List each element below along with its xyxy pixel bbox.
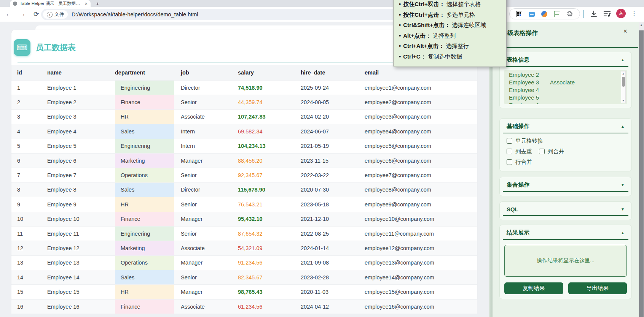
cell-hire_date[interactable]: 2020-11-03 <box>295 285 359 299</box>
selection-info-box[interactable]: Employee 2Employee 3AssociateEmployee 4E… <box>504 70 627 104</box>
cell-email[interactable]: employee13@company.com <box>359 255 477 270</box>
cell-hire_date[interactable]: 2023-11-15 <box>295 153 359 168</box>
cell-department[interactable]: Sales <box>109 270 175 285</box>
cell-email[interactable]: employee2@company.com <box>359 95 477 109</box>
cell-hire_date[interactable]: 2024-01-14 <box>295 241 359 255</box>
cell-name[interactable]: Employee 4 <box>41 124 109 139</box>
cell-department[interactable]: HR <box>109 109 175 124</box>
cell-email[interactable]: employee8@company.com <box>359 182 477 197</box>
scroll-thumb[interactable] <box>622 77 625 87</box>
collapse-arrow-icon[interactable]: ▼ <box>621 207 625 211</box>
cell-email[interactable]: employee6@company.com <box>359 153 477 168</box>
cell-id[interactable]: 3 <box>11 109 41 124</box>
cell-name[interactable]: Employee 12 <box>41 241 109 255</box>
cell-name[interactable]: Employee 2 <box>41 95 109 109</box>
cell-name[interactable]: Employee 9 <box>41 197 109 212</box>
section-basic-ops-header[interactable]: 基础操作 ▲ <box>503 122 628 133</box>
cell-department[interactable]: Marketing <box>109 241 175 255</box>
cell-id[interactable]: 8 <box>11 182 41 197</box>
reload-icon[interactable]: ⟳ <box>32 10 40 18</box>
cell-email[interactable]: employee11@company.com <box>359 226 477 241</box>
cell-id[interactable]: 4 <box>11 124 41 139</box>
collapse-arrow-icon[interactable]: ▲ <box>621 58 625 62</box>
cell-job[interactable]: Director <box>175 81 232 95</box>
section-set-ops-header[interactable]: 集合操作 ▼ <box>503 180 628 192</box>
cell-hire_date[interactable]: 2024-04-12 <box>295 299 359 314</box>
cell-salary[interactable]: 44,359.74 <box>232 95 295 109</box>
copy-result-button[interactable]: 复制结果 <box>504 282 563 294</box>
cell-email[interactable]: employee5@company.com <box>359 139 477 153</box>
cell-id[interactable]: 1 <box>11 81 41 95</box>
export-result-button[interactable]: 导出结果 <box>568 282 627 294</box>
cell-hire_date[interactable]: 2022-08-25 <box>295 226 359 241</box>
cell-job[interactable]: Associate <box>175 241 232 255</box>
column-header-department[interactable]: department <box>109 65 175 81</box>
cell-email[interactable]: employee7@company.com <box>359 168 477 182</box>
scroll-up-icon[interactable]: ▲ <box>639 23 644 27</box>
scroll-down-icon[interactable]: ▼ <box>621 99 625 102</box>
cell-id[interactable]: 16 <box>11 299 41 314</box>
section-table-info-header[interactable]: 表格信息 ▲ <box>503 55 628 67</box>
menu-kebab-icon[interactable]: ⋮ <box>631 10 637 17</box>
cell-name[interactable]: Employee 5 <box>41 139 109 153</box>
cell-hire_date[interactable]: 2023-02-28 <box>295 270 359 285</box>
cell-name[interactable]: Employee 11 <box>41 226 109 241</box>
cell-name[interactable]: Employee 7 <box>41 168 109 182</box>
cell-salary[interactable]: 54,321.09 <box>232 241 295 255</box>
column-header-salary[interactable]: salary <box>232 65 295 81</box>
browser-tab[interactable]: Table Helper 演示 - 员工数据… × <box>10 0 91 7</box>
cell-salary[interactable]: 74,518.90 <box>232 81 295 95</box>
cell-name[interactable]: Employee 3 <box>41 109 109 124</box>
table-extension-icon[interactable] <box>554 11 560 17</box>
forward-icon[interactable]: → <box>18 10 27 18</box>
card-extension-icon[interactable] <box>529 12 535 17</box>
cell-salary[interactable]: 107,247.83 <box>232 109 295 124</box>
collapse-arrow-icon[interactable]: ▲ <box>621 124 625 128</box>
cell-salary[interactable]: 61,234.56 <box>232 299 295 314</box>
cell-email[interactable]: employee12@company.com <box>359 241 477 255</box>
new-tab-button[interactable]: + <box>96 0 99 7</box>
cell-email[interactable]: employee3@company.com <box>359 109 477 124</box>
cell-hire_date[interactable]: 2025-09-24 <box>295 81 359 95</box>
cell-department[interactable]: Sales <box>109 124 175 139</box>
panel-close-icon[interactable]: × <box>623 28 627 35</box>
section-sql-header[interactable]: SQL ▼ <box>503 205 628 216</box>
cell-job[interactable]: Manager <box>175 153 232 168</box>
column-header-hire_date[interactable]: hire_date <box>295 65 359 81</box>
cell-job[interactable]: Associate <box>175 299 232 314</box>
cell-job[interactable]: Senior <box>175 226 232 241</box>
page-scrollbar[interactable]: ▲ <box>639 22 644 317</box>
cell-salary[interactable]: 115,678.90 <box>232 182 295 197</box>
cell-hire_date[interactable]: 2024-02-20 <box>295 109 359 124</box>
cell-salary[interactable]: 69,582.34 <box>232 124 295 139</box>
cell-department[interactable]: HR <box>109 197 175 212</box>
cell-job[interactable]: Associate <box>175 109 232 124</box>
cell-name[interactable]: Employee 8 <box>41 182 109 197</box>
cell-id[interactable]: 5 <box>11 139 41 153</box>
cell-salary[interactable]: 91,234.56 <box>232 255 295 270</box>
scroll-thumb[interactable] <box>639 30 644 317</box>
cell-department[interactable]: Engineering <box>109 139 175 153</box>
checkbox-列去重[interactable] <box>507 149 512 154</box>
cell-job[interactable]: Intern <box>175 139 232 153</box>
cell-email[interactable]: employee14@company.com <box>359 270 477 285</box>
cell-department[interactable]: Operations <box>109 168 175 182</box>
cell-job[interactable]: Senior <box>175 270 232 285</box>
cell-id[interactable]: 2 <box>11 95 41 109</box>
checkbox-单元格转换[interactable] <box>507 138 512 144</box>
cell-email[interactable]: employee15@company.com <box>359 285 477 299</box>
cell-department[interactable]: HR <box>109 285 175 299</box>
extensions-puzzle-icon[interactable] <box>567 11 573 17</box>
column-header-job[interactable]: job <box>175 65 232 81</box>
section-results-header[interactable]: 结果展示 ▲ <box>503 228 628 240</box>
cell-salary[interactable]: 92,345.67 <box>232 168 295 182</box>
cell-department[interactable]: Engineering <box>109 81 175 95</box>
cell-name[interactable]: Employee 16 <box>41 299 109 314</box>
cell-department[interactable]: Engineering <box>109 226 175 241</box>
cell-department[interactable]: Finance <box>109 299 175 314</box>
cell-email[interactable]: employee9@company.com <box>359 197 477 212</box>
cell-department[interactable]: Operations <box>109 255 175 270</box>
site-info-chip[interactable]: i 文件 <box>43 10 68 19</box>
cell-id[interactable]: 14 <box>11 270 41 285</box>
cell-department[interactable]: Marketing <box>109 153 175 168</box>
